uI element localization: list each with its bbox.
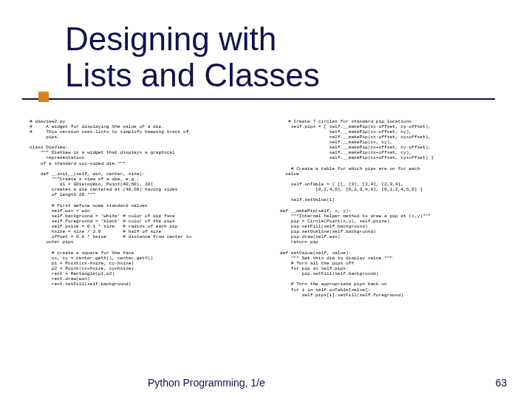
footer-source: Python Programming, 1/e bbox=[148, 377, 265, 389]
title-block: Designing with Lists and Classes bbox=[30, 13, 502, 94]
title-underline bbox=[22, 98, 495, 100]
code-column-right: # Create 7 circles for standard pip loca… bbox=[267, 119, 502, 298]
title-line-1: Designing with bbox=[65, 21, 276, 57]
footer-page-number: 63 bbox=[495, 377, 507, 389]
slide-title: Designing with Lists and Classes bbox=[65, 21, 502, 94]
slide: Designing with Lists and Classes # dievi… bbox=[0, 0, 532, 399]
code-area: # dieview2.py # A widget for displaying … bbox=[30, 119, 502, 298]
code-column-left: # dieview2.py # A widget for displaying … bbox=[30, 119, 267, 298]
title-line-2: Lists and Classes bbox=[65, 57, 320, 93]
bullet-icon bbox=[38, 92, 49, 102]
